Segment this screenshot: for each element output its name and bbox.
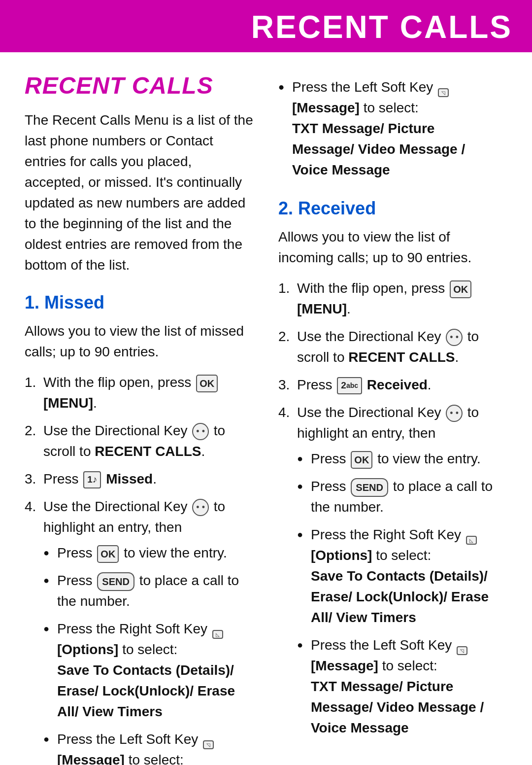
message-values-top: TXT Message/ PictureMessage/ Video Messa… — [292, 121, 465, 177]
section1-bullets: Press OK to view the entry. Press SEND t… — [43, 543, 254, 765]
bullet2-2: Press SEND to place a call to the number… — [297, 476, 507, 518]
section-received: 2. Received Allows you to view the list … — [278, 198, 507, 745]
section1-steps: 1. With the flip open, press OK [MENU]. … — [25, 372, 254, 765]
intro-paragraph: The Recent Calls Menu is a list of the l… — [25, 110, 254, 276]
options-values: Save To Contacts (Details)/Erase/ Lock(U… — [57, 662, 235, 719]
step-content: Press 1♪ Missed. — [43, 469, 254, 489]
num1-key-icon: 1♪ — [83, 471, 101, 488]
bullet1-3: Press the Right Soft Key ◺ [Options] to … — [43, 619, 254, 722]
step1-3: 3. Press 1♪ Missed. — [25, 469, 254, 489]
svg-text:◺: ◺ — [216, 632, 220, 637]
left-softkey-icon2: ◹ — [457, 641, 467, 651]
step-content: Press 2abc Received. — [297, 375, 507, 395]
bullet2-4: Press the Left Soft Key ◹ [Message] to s… — [297, 635, 507, 738]
left-column: RECENT CALLS The Recent Calls Menu is a … — [25, 72, 254, 765]
section2-bullets: Press OK to view the entry. Press SEND t… — [297, 449, 507, 738]
left-softkey-icon: ◹ — [203, 735, 214, 745]
step-content: Use the Directional Key • • to highlight… — [297, 402, 507, 745]
options-label: [Options] — [57, 642, 118, 657]
step-num: 3. — [25, 469, 38, 489]
right-softkey-icon2: ◺ — [466, 531, 477, 541]
step-content: With the flip open, press OK [MENU]. — [43, 372, 254, 414]
step1-4: 4. Use the Directional Key • • to highli… — [25, 496, 254, 765]
ok-key-icon: OK — [196, 375, 218, 392]
left-softkey-icon-top: ◹ — [438, 83, 449, 93]
section2-intro: Allows you to view the list of incoming … — [278, 227, 507, 268]
dir-key-icon3: • • — [446, 329, 463, 346]
dir-key-icon2: • • — [192, 499, 209, 516]
step-content: Use the Directional Key • • to scroll to… — [43, 420, 254, 462]
send-key-icon: SEND — [97, 572, 134, 591]
message-label-top: [Message] — [292, 100, 360, 115]
top-right-bullets: ● Press the Left Soft Key ◹ [Message] to… — [278, 77, 507, 180]
ok-key-icon3: OK — [450, 280, 471, 298]
step-num: 4. — [25, 496, 38, 517]
ok-key-icon2: OK — [97, 545, 119, 563]
svg-text:◹: ◹ — [206, 742, 210, 748]
dir-key-icon4: • • — [446, 405, 463, 422]
svg-text:◺: ◺ — [469, 538, 473, 543]
missed-label: Missed — [106, 471, 153, 487]
bullet1-1: Press OK to view the entry. — [43, 543, 254, 563]
svg-text:◹: ◹ — [441, 90, 445, 96]
num2-key-icon: 2abc — [337, 377, 362, 394]
top-banner: RECENT CALLS — [0, 0, 532, 52]
section2-heading: 2. Received — [278, 198, 507, 219]
step1-2: 2. Use the Directional Key • • to scroll… — [25, 420, 254, 462]
bullet2-1: Press OK to view the entry. — [297, 449, 507, 469]
options-label2: [Options] — [311, 548, 372, 563]
section1-intro: Allows you to view the list of missed ca… — [25, 321, 254, 362]
right-softkey-icon: ◺ — [212, 625, 223, 635]
step2-2: 2. Use the Directional Key • • to scroll… — [278, 326, 507, 368]
step-content: Use the Directional Key • • to scroll to… — [297, 326, 507, 368]
step-content: With the flip open, press OK [MENU]. — [297, 278, 507, 319]
step-num: 1. — [278, 278, 292, 299]
section2-steps: 1. With the flip open, press OK [MENU]. … — [278, 278, 507, 745]
right-column: ● Press the Left Soft Key ◹ [Message] to… — [278, 72, 507, 765]
step-num: 1. — [25, 372, 38, 393]
top-bullet-message: ● Press the Left Soft Key ◹ [Message] to… — [278, 77, 507, 180]
step-num: 3. — [278, 375, 292, 395]
step2-4: 4. Use the Directional Key • • to highli… — [278, 402, 507, 745]
message-label2: [Message] — [311, 658, 378, 673]
ok-key-icon4: OK — [351, 451, 372, 469]
step2-3: 3. Press 2abc Received. — [278, 375, 507, 395]
send-key-icon2: SEND — [351, 478, 388, 497]
message-values2: TXT Message/ PictureMessage/ Video Messa… — [311, 679, 484, 735]
section-missed: 1. Missed Allows you to view the list of… — [25, 292, 254, 765]
menu-label2: [MENU] — [297, 301, 347, 316]
options-values2: Save To Contacts (Details)/Erase/ Lock(U… — [311, 568, 489, 625]
section1-heading: 1. Missed — [25, 292, 254, 313]
svg-text:◹: ◹ — [460, 648, 464, 654]
received-label: Received — [367, 377, 428, 392]
step2-1: 1. With the flip open, press OK [MENU]. — [278, 278, 507, 319]
step1-1: 1. With the flip open, press OK [MENU]. — [25, 372, 254, 414]
message-label: [Message] — [57, 752, 125, 765]
bullet2-3: Press the Right Soft Key ◺ [Options] to … — [297, 524, 507, 628]
main-content: RECENT CALLS The Recent Calls Menu is a … — [0, 52, 532, 765]
step-num: 2. — [278, 326, 292, 347]
bullet1-4: Press the Left Soft Key ◹ [Message] to s… — [43, 729, 254, 765]
step-content: Use the Directional Key • • to highlight… — [43, 496, 254, 765]
recent-calls-label: RECENT CALLS — [95, 444, 201, 459]
step-num: 2. — [25, 420, 38, 441]
bullet1-2: Press SEND to place a call to the number… — [43, 570, 254, 612]
step-num: 4. — [278, 402, 292, 423]
menu-label: [MENU] — [43, 395, 93, 411]
recent-calls-label2: RECENT CALLS — [348, 349, 455, 365]
page-heading: RECENT CALLS — [25, 72, 254, 99]
dir-key-icon: • • — [192, 423, 209, 440]
banner-title: RECENT CALLS — [251, 9, 512, 45]
